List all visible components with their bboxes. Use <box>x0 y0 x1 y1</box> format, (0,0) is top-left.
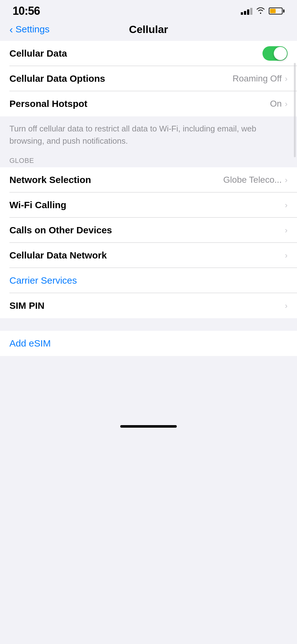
battery-icon <box>269 8 284 14</box>
cellular-data-network-chevron: › <box>285 251 288 260</box>
cellular-data-toggle-area[interactable] <box>262 46 288 61</box>
sim-pin-label: SIM PIN <box>9 300 45 311</box>
network-selection-right: Globe Teleco... › <box>223 175 288 185</box>
cellular-data-options-right: Roaming Off › <box>233 74 288 84</box>
cellular-data-network-row[interactable]: Cellular Data Network › <box>0 243 297 268</box>
network-selection-label: Network Selection <box>9 175 91 185</box>
cellular-data-label: Cellular Data <box>9 48 67 59</box>
wifi-calling-chevron: › <box>285 200 288 210</box>
toggle-knob <box>274 47 287 60</box>
status-icons <box>241 7 284 15</box>
status-time: 10:56 <box>13 4 40 18</box>
bottom-spacer <box>0 356 297 419</box>
back-button[interactable]: ‹ Settings <box>9 24 50 35</box>
back-label: Settings <box>15 24 49 35</box>
carrier-services-row[interactable]: Carrier Services <box>0 268 297 293</box>
info-section: Turn off cellular data to restrict all d… <box>0 116 297 150</box>
globe-group: Network Selection Globe Teleco... › Wi-F… <box>0 167 297 318</box>
calls-other-devices-right: › <box>285 225 288 235</box>
carrier-services-label: Carrier Services <box>9 275 77 286</box>
sim-pin-row[interactable]: SIM PIN › <box>0 293 297 318</box>
cellular-data-network-label: Cellular Data Network <box>9 250 107 261</box>
add-esim-label: Add eSIM <box>9 338 51 349</box>
globe-section-header: GLOBE <box>0 150 297 167</box>
personal-hotspot-chevron: › <box>285 99 288 109</box>
cellular-data-row[interactable]: Cellular Data <box>0 41 297 66</box>
network-selection-row[interactable]: Network Selection Globe Teleco... › <box>0 167 297 192</box>
signal-icon <box>241 7 252 15</box>
globe-header-label: GLOBE <box>9 157 34 164</box>
personal-hotspot-value: On <box>270 99 282 109</box>
cellular-data-network-right: › <box>285 251 288 260</box>
personal-hotspot-row[interactable]: Personal Hotspot On › <box>0 91 297 116</box>
wifi-calling-right: › <box>285 200 288 210</box>
wifi-calling-row[interactable]: Wi-Fi Calling › <box>0 192 297 218</box>
nav-bar: ‹ Settings Cellular <box>0 21 297 41</box>
calls-other-devices-row[interactable]: Calls on Other Devices › <box>0 218 297 243</box>
wifi-calling-label: Wi-Fi Calling <box>9 200 66 210</box>
calls-other-devices-chevron: › <box>285 225 288 235</box>
scrollbar[interactable] <box>294 63 296 157</box>
wifi-icon <box>256 7 265 15</box>
home-indicator <box>0 419 297 431</box>
cellular-data-toggle[interactable] <box>262 46 288 61</box>
personal-hotspot-label: Personal Hotspot <box>9 98 87 109</box>
cellular-data-options-chevron: › <box>285 74 288 84</box>
info-text: Turn off cellular data to restrict all d… <box>9 123 288 147</box>
cellular-top-group: Cellular Data Cellular Data Options Roam… <box>0 41 297 116</box>
add-esim-section[interactable]: Add eSIM <box>0 331 297 356</box>
sim-pin-chevron: › <box>285 301 288 311</box>
sim-pin-right: › <box>285 301 288 311</box>
personal-hotspot-right: On › <box>270 99 288 109</box>
status-bar: 10:56 <box>0 0 297 21</box>
network-selection-value: Globe Teleco... <box>223 175 282 185</box>
cellular-data-options-value: Roaming Off <box>233 74 282 84</box>
home-bar <box>120 425 177 428</box>
calls-other-devices-label: Calls on Other Devices <box>9 225 112 236</box>
group-spacer-1 <box>0 318 297 331</box>
page-title: Cellular <box>129 23 168 36</box>
cellular-data-options-row[interactable]: Cellular Data Options Roaming Off › <box>0 66 297 91</box>
back-chevron-icon: ‹ <box>9 24 13 35</box>
cellular-data-options-label: Cellular Data Options <box>9 73 105 84</box>
network-selection-chevron: › <box>285 175 288 185</box>
